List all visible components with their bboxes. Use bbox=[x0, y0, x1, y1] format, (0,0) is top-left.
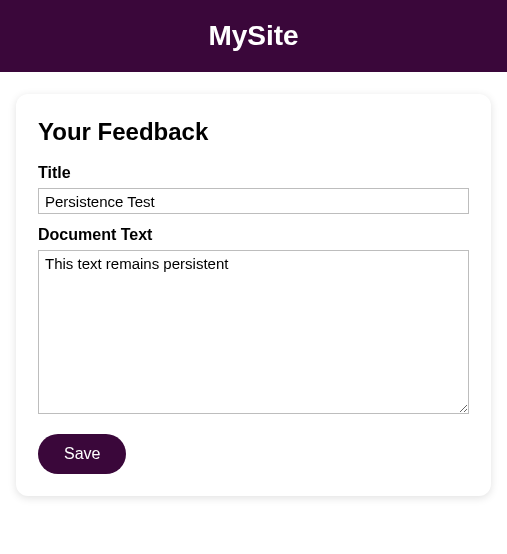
title-label: Title bbox=[38, 164, 469, 182]
page-content: Your Feedback Title Document Text Save bbox=[0, 72, 507, 518]
feedback-card: Your Feedback Title Document Text Save bbox=[16, 94, 491, 496]
site-header: MySite bbox=[0, 0, 507, 72]
title-input[interactable] bbox=[38, 188, 469, 214]
site-title: MySite bbox=[208, 20, 298, 52]
document-text-textarea[interactable] bbox=[38, 250, 469, 414]
form-heading: Your Feedback bbox=[38, 118, 469, 146]
document-text-label: Document Text bbox=[38, 226, 469, 244]
save-button[interactable]: Save bbox=[38, 434, 126, 474]
